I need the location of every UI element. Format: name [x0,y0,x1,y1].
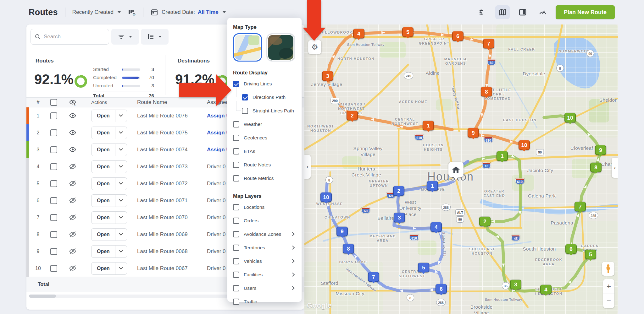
open-route-dropdown[interactable] [115,144,127,156]
eye-icon[interactable] [68,107,77,124]
map-settings-gear-button[interactable]: ⚙ [308,40,321,54]
route-stop-marker-7[interactable]: 7 [368,272,379,282]
checkbox-item-driving-lines[interactable]: Driving Lines [233,77,296,90]
row-checkbox[interactable] [50,129,57,136]
checkbox[interactable] [233,272,239,278]
row-checkbox[interactable] [50,248,57,255]
open-route-dropdown[interactable] [115,127,127,139]
open-route-button[interactable]: Open [92,263,115,274]
row-checkbox[interactable] [50,197,57,204]
created-date-filter[interactable]: Created Date: All Time [162,9,226,15]
route-stop-marker-5[interactable]: 5 [418,263,429,273]
open-route-dropdown[interactable] [115,229,127,241]
row-checkbox[interactable] [50,231,57,238]
column-settings-icon[interactable]: ⚙ [128,8,136,16]
checkbox-item-avoidance-zones[interactable]: Avoidance Zones [233,227,296,241]
checkbox[interactable] [233,299,239,305]
open-route-dropdown[interactable] [115,110,127,122]
eye-off-icon[interactable] [68,192,77,209]
row-checkbox[interactable] [50,163,57,170]
checkbox-item-traffic[interactable]: Traffic [233,295,296,308]
route-stop-marker-2[interactable]: 2 [393,186,404,196]
open-route-dropdown[interactable] [115,246,127,257]
checkbox-item-etas[interactable]: ETAs [233,144,296,158]
route-stop-marker-9[interactable]: 9 [336,227,348,236]
checkbox[interactable] [233,148,239,154]
open-route-button[interactable]: Open [92,161,115,173]
checkbox[interactable] [242,108,248,114]
route-stop-marker-5[interactable]: 5 [402,27,414,37]
route-stop-marker-9[interactable]: 9 [595,145,606,155]
route-stop-marker-8[interactable]: 8 [590,163,602,172]
route-stop-marker-4[interactable]: 4 [430,222,442,232]
speedometer-icon[interactable] [536,5,550,19]
select-all-checkbox[interactable] [50,99,57,106]
route-stop-marker-4[interactable]: 4 [353,29,364,39]
checkbox-item-straight-lines-path[interactable]: Straight-Lines Path [233,104,296,117]
route-stop-marker-9[interactable]: 9 [468,128,479,138]
row-checkbox[interactable] [50,146,57,153]
open-route-button[interactable]: Open [92,229,115,241]
sort-order-button[interactable] [141,29,169,45]
row-checkbox[interactable] [50,214,57,221]
checkbox-item-route-notes[interactable]: Route Notes [233,158,296,171]
route-stop-marker-10[interactable]: 10 [519,140,530,150]
route-stop-marker-1[interactable]: 1 [497,151,508,161]
checkbox[interactable] [233,285,239,291]
route-stop-marker-10[interactable]: 10 [320,192,332,202]
eye-icon[interactable] [68,124,77,141]
checkbox[interactable] [233,135,239,141]
checkbox-item-vehicles[interactable]: Vehicles [233,254,296,268]
route-stop-marker-8[interactable]: 8 [481,87,492,97]
checkbox[interactable] [233,231,239,237]
eye-off-icon[interactable] [68,260,77,277]
checkbox[interactable] [233,204,239,210]
panel-toggle-icon[interactable] [515,5,530,19]
checkbox[interactable] [233,218,239,224]
checkbox[interactable] [233,162,239,168]
route-filters-icon[interactable] [475,5,490,19]
checkbox-item-directions-path[interactable]: Directions Path [233,90,296,104]
open-route-button[interactable]: Open [92,127,115,139]
checkbox-item-orders[interactable]: Orders [233,214,296,227]
row-checkbox[interactable] [50,180,57,187]
eye-icon[interactable] [68,141,77,158]
open-route-dropdown[interactable] [115,178,127,190]
eye-off-icon[interactable] [68,209,77,226]
collapse-panel-right-handle[interactable]: ‹ [612,158,618,178]
checkbox[interactable] [233,245,239,251]
depot-home-marker[interactable] [448,162,464,177]
route-stop-marker-6[interactable]: 6 [565,244,577,254]
checkbox[interactable] [233,81,239,87]
checkbox[interactable] [233,175,239,181]
route-stop-marker-7[interactable]: 7 [575,202,586,212]
map-canvas[interactable]: WILLOWBROOKNORTH HOUSTONGREATER GREENSPO… [304,24,618,314]
collapse-panel-left-handle[interactable]: ‹ [304,155,311,179]
checkbox-item-geofences[interactable]: Geofences [233,131,296,144]
zoom-in-button[interactable]: + [603,279,614,294]
route-stop-marker-2[interactable]: 2 [479,217,491,226]
route-stop-marker-8[interactable]: 8 [343,244,354,254]
checkbox[interactable] [233,121,239,127]
eye-off-icon[interactable] [68,243,77,260]
eye-off-icon[interactable] [68,226,77,243]
map-type-satellite-option[interactable] [266,33,295,62]
route-stop-marker-5[interactable]: 5 [585,250,596,259]
checkbox-item-users[interactable]: Users [233,281,296,295]
eye-off-icon[interactable] [68,158,77,175]
checkbox-item-territories[interactable]: Territories [233,241,296,254]
plan-new-route-button[interactable]: Plan New Route [556,5,615,19]
checkbox-item-locations[interactable]: Locations [233,200,296,214]
checkbox-item-facilities[interactable]: Facilities [233,268,296,281]
eye-off-icon[interactable] [68,175,77,192]
open-route-button[interactable]: Open [92,144,115,156]
route-stop-marker-2[interactable]: 2 [347,111,358,121]
open-route-button[interactable]: Open [92,246,115,257]
route-stop-marker-1[interactable]: 1 [423,121,434,131]
sort-dropdown[interactable]: Recently Created [72,9,121,15]
open-route-button[interactable]: Open [92,178,115,190]
checkbox[interactable] [233,258,239,264]
open-route-dropdown[interactable] [115,161,127,173]
open-route-dropdown[interactable] [115,195,127,207]
open-route-button[interactable]: Open [92,212,115,224]
